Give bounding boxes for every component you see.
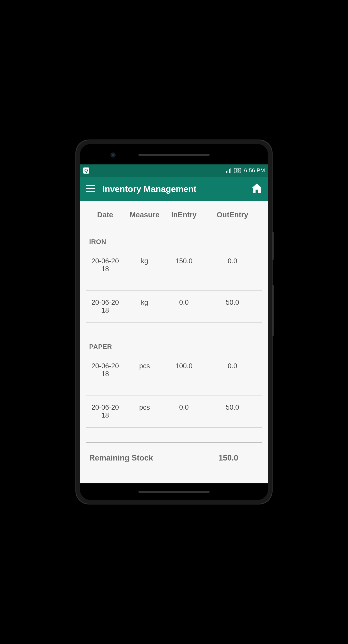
signal-icon xyxy=(226,168,232,173)
header-date: Date xyxy=(86,211,124,219)
svg-rect-5 xyxy=(86,188,95,189)
home-icon[interactable] xyxy=(252,183,262,194)
battery-indicator: 59 xyxy=(234,168,241,173)
cell-out: 50.0 xyxy=(203,299,262,306)
header-out-entry: OutEntry xyxy=(203,211,262,219)
cell-out: 0.0 xyxy=(203,362,262,370)
cell-measure: pcs xyxy=(124,362,165,370)
remaining-value: 150.0 xyxy=(198,453,259,463)
group-label-iron: IRON xyxy=(86,227,262,249)
remaining-stock-row: Remaining Stock 150.0 xyxy=(86,442,262,473)
cell-date: 20-06-2018 xyxy=(86,299,124,314)
cell-in: 100.0 xyxy=(165,362,203,370)
cell-measure: kg xyxy=(124,257,165,265)
svg-rect-2 xyxy=(229,169,230,173)
clock-time: 6:56 PM xyxy=(244,167,265,174)
status-bar: Q 59 6:56 PM xyxy=(80,164,268,177)
table-header-row: Date Measure InEntry OutEntry xyxy=(86,201,262,227)
svg-rect-6 xyxy=(86,191,95,192)
svg-rect-0 xyxy=(226,171,227,173)
app-bar: Inventory Management xyxy=(80,177,268,201)
cell-measure: pcs xyxy=(124,404,165,411)
app-title: Inventory Management xyxy=(102,184,245,194)
table-row[interactable]: 20-06-2018 kg 150.0 0.0 xyxy=(86,249,262,281)
cell-date: 20-06-2018 xyxy=(86,257,124,273)
table-row[interactable]: 20-06-2018 pcs 0.0 50.0 xyxy=(86,395,262,427)
content-area: Date Measure InEntry OutEntry IRON 20-06… xyxy=(80,201,268,483)
cell-in: 0.0 xyxy=(165,404,203,411)
notification-icon: Q xyxy=(83,167,89,174)
cell-out: 50.0 xyxy=(203,404,262,411)
cell-date: 20-06-2018 xyxy=(86,404,124,419)
svg-rect-1 xyxy=(228,170,228,173)
cell-in: 150.0 xyxy=(165,257,203,265)
header-in-entry: InEntry xyxy=(165,211,203,219)
cell-out: 0.0 xyxy=(203,257,262,265)
svg-rect-3 xyxy=(230,168,231,173)
remaining-label: Remaining Stock xyxy=(89,453,198,463)
menu-icon[interactable] xyxy=(86,185,95,193)
cell-date: 20-06-2018 xyxy=(86,362,124,378)
group-label-paper: PAPER xyxy=(86,332,262,354)
header-measure: Measure xyxy=(124,211,165,219)
table-row[interactable]: 20-06-2018 kg 0.0 50.0 xyxy=(86,290,262,323)
cell-in: 0.0 xyxy=(165,299,203,306)
svg-rect-4 xyxy=(86,185,95,186)
table-row[interactable]: 20-06-2018 pcs 100.0 0.0 xyxy=(86,354,262,386)
cell-measure: kg xyxy=(124,299,165,306)
